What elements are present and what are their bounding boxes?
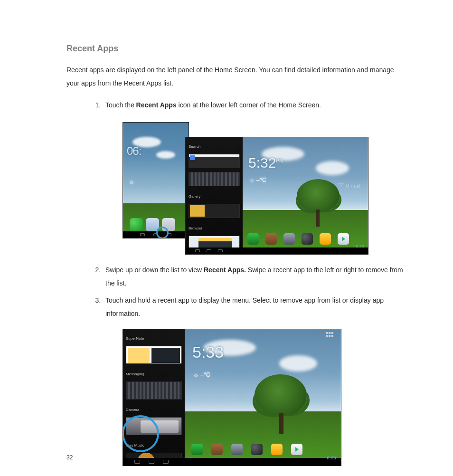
nav-bar: 6:32: [186, 248, 368, 254]
gallery-icon: [302, 233, 313, 245]
cloud-decoration: [279, 355, 317, 371]
music-icon: [271, 444, 283, 455]
clock-ampm: PM: [276, 158, 283, 163]
gallery-icon: [251, 444, 263, 455]
tree-decoration: [255, 374, 307, 434]
phone-icon: [130, 218, 143, 231]
mail-count: 0: [346, 179, 349, 192]
recent-apps-icon: [163, 460, 169, 464]
browser-icon: [265, 233, 277, 245]
step-2-bold: Recent Apps.: [204, 266, 246, 274]
play-store-icon: [291, 444, 302, 455]
mail-label: mail: [351, 179, 360, 192]
status-time: 6:32: [356, 240, 364, 253]
play-store-icon: [338, 233, 349, 245]
messaging-icon: [247, 233, 259, 245]
phone-screenshot: 06: ☼: [123, 122, 189, 238]
callout-circle: [123, 415, 159, 452]
step-2: Swipe up or down the list to view Recent…: [103, 263, 406, 290]
recent-apps-panel: Search Gallery Browser SuperNote Setting…: [186, 137, 243, 248]
thumbnail: [126, 381, 182, 400]
clock-widget: 5:33: [192, 345, 224, 359]
camera-icon: [283, 233, 295, 245]
recent-label: Camera: [126, 403, 182, 417]
step-1: Touch the Recent Apps icon at the lower …: [103, 98, 406, 255]
nav-bar: 6:33: [123, 458, 341, 466]
recent-item: Gallery: [189, 190, 240, 218]
recent-label: Messaging: [126, 368, 182, 381]
step-1-post: icon at the lower left corner of the Hom…: [177, 101, 321, 109]
clock-widget: 5:32PM: [248, 154, 283, 170]
envelope-icon: [338, 183, 344, 188]
recent-label: Browser: [189, 222, 240, 235]
tree-decoration: [297, 179, 340, 227]
recent-item: Messaging: [126, 368, 182, 400]
home-icon: [207, 249, 211, 252]
intro-paragraph: Recent apps are displayed on the left pa…: [66, 63, 406, 90]
callout-circle: [156, 227, 169, 238]
status-time: 6:33: [327, 451, 336, 465]
recent-apps-icon: [218, 249, 223, 252]
weather-icon: ☼ --°C: [193, 368, 210, 381]
thumbnail: [189, 154, 240, 168]
messaging-icon: [191, 444, 203, 455]
recent-label: Gallery: [189, 190, 240, 203]
back-icon: [195, 249, 200, 252]
recent-item: Browser: [189, 222, 240, 250]
cloud-decoration: [156, 151, 175, 159]
page-number: 32: [66, 454, 73, 461]
recent-label: SuperNote: [126, 332, 182, 345]
clock-time: 5:32: [248, 155, 276, 171]
phone-dock: [130, 214, 182, 231]
mail-widget: 0mail: [338, 179, 360, 192]
step-3-text: Touch and hold a recent app to display t…: [105, 296, 384, 317]
music-icon: [320, 233, 331, 245]
figure-2: 5:33 ☼ --°C SuperNote Messaging Camera P…: [123, 329, 341, 466]
recent-item: Search: [189, 140, 240, 168]
recent-item: [189, 172, 240, 186]
camera-icon: [231, 444, 243, 455]
weather-icon: ☼: [129, 175, 135, 188]
home-icon: [149, 460, 154, 464]
tablet-dock: [191, 440, 336, 455]
recent-item: SuperNote: [126, 332, 182, 364]
step-2-pre: Swipe up or down the list to view: [105, 266, 204, 274]
back-icon: [134, 460, 140, 464]
back-icon: [140, 233, 145, 236]
apps-grid-icon: [326, 332, 333, 340]
section-heading: Recent Apps: [66, 44, 406, 54]
thumbnail: [126, 346, 182, 364]
step-1-pre: Touch the: [105, 101, 136, 109]
tablet-screenshot: 5:32PM ☼ --°C 0mail Search Gallery Brows…: [185, 137, 368, 255]
recent-label: Search: [189, 140, 240, 153]
browser-icon: [211, 444, 223, 455]
figure-1: 06: ☼: [123, 122, 368, 255]
instruction-list: Touch the Recent Apps icon at the lower …: [66, 98, 406, 466]
weather-icon: ☼ --°C: [249, 173, 266, 187]
cloud-decoration: [316, 161, 349, 175]
step-1-bold: Recent Apps: [136, 101, 177, 109]
thumbnail: [189, 204, 240, 218]
thumbnail: [189, 172, 240, 186]
nav-bar: [123, 231, 189, 238]
step-3: Touch and hold a recent app to display t…: [103, 294, 406, 466]
tablet-dock: [247, 230, 364, 245]
clock-widget: 06:: [127, 144, 141, 158]
